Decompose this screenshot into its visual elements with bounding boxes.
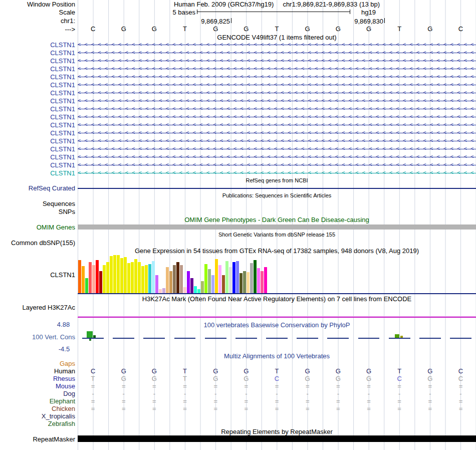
transcript-line[interactable]: <<<<<<<<<<<<<<<<<<<<<<<<<<<<<<<<<<<<<<<<… [78,41,476,49]
transcript-line[interactable]: <<<<<<<<<<<<<<<<<<<<<<<<<<<<<<<<<<<<<<<<… [78,161,476,169]
gencode-transcript-row[interactable]: CLSTN1<<<<<<<<<<<<<<<<<<<<<<<<<<<<<<<<<<… [0,65,476,73]
alignment-base: - [169,390,200,397]
dbsnp-label[interactable]: Common dbSNP(155) [0,239,78,247]
h3k27ac-row[interactable]: Layered H3K27Ac [0,303,476,321]
sequences-row[interactable]: Sequences [0,200,476,207]
gencode-transcript-row[interactable]: CLSTN1<<<<<<<<<<<<<<<<<<<<<<<<<<<<<<<<<<… [0,81,476,89]
species-label[interactable]: Mouse [0,382,78,390]
gencode-transcript-row[interactable]: CLSTN1<<<<<<<<<<<<<<<<<<<<<<<<<<<<<<<<<<… [0,97,476,105]
omim-genes-row[interactable]: OMIM Genes [0,223,476,231]
snps-label[interactable]: SNPs [0,207,78,215]
gtex-tissue-bar [194,286,197,293]
gencode-transcript-row[interactable]: CLSTN1<<<<<<<<<<<<<<<<<<<<<<<<<<<<<<<<<<… [0,153,476,161]
alignment-row-x_tropicalis[interactable]: X_tropicalis [0,412,476,420]
gencode-transcript-row[interactable]: CLSTN1<<<<<<<<<<<<<<<<<<<<<<<<<<<<<<<<<<… [0,137,476,145]
gencode-transcript-row[interactable]: CLSTN1<<<<<<<<<<<<<<<<<<<<<<<<<<<<<<<<<<… [0,169,476,177]
species-label[interactable]: Rhesus [0,375,78,382]
species-label[interactable]: Dog [0,390,78,397]
gtex-gene-label[interactable]: CLSTN1 [0,255,78,295]
alignment-row-chicken[interactable]: Chicken============= [0,405,476,412]
gencode-transcript-row[interactable]: CLSTN1<<<<<<<<<<<<<<<<<<<<<<<<<<<<<<<<<<… [0,121,476,129]
transcript-line[interactable]: <<<<<<<<<<<<<<<<<<<<<<<<<<<<<<<<<<<<<<<<… [78,105,476,113]
alignment-row-elephant[interactable]: Elephant============= [0,397,476,405]
h3k27ac-track[interactable] [78,303,476,321]
omim-gene-bar[interactable] [78,224,476,230]
transcript-line[interactable]: <<<<<<<<<<<<<<<<<<<<<<<<<<<<<<<<<<<<<<<<… [78,81,476,89]
gencode-transcript-row[interactable]: CLSTN1<<<<<<<<<<<<<<<<<<<<<<<<<<<<<<<<<<… [0,57,476,65]
gencode-transcript-row[interactable]: CLSTN1<<<<<<<<<<<<<<<<<<<<<<<<<<<<<<<<<<… [0,113,476,121]
refseq-curated-row[interactable]: RefSeq Curated [0,184,476,192]
transcript-line[interactable]: <<<<<<<<<<<<<<<<<<<<<<<<<<<<<<<<<<<<<<<<… [78,49,476,57]
transcript-line[interactable]: <<<<<<<<<<<<<<<<<<<<<<<<<<<<<<<<<<<<<<<<… [78,145,476,153]
species-label[interactable]: Elephant [0,397,78,405]
gencode-transcript-row[interactable]: CLSTN1<<<<<<<<<<<<<<<<<<<<<<<<<<<<<<<<<<… [0,105,476,113]
transcript-line[interactable]: <<<<<<<<<<<<<<<<<<<<<<<<<<<<<<<<<<<<<<<<… [78,137,476,145]
transcript-label[interactable]: CLSTN1 [0,57,78,65]
gencode-transcript-row[interactable]: CLSTN1<<<<<<<<<<<<<<<<<<<<<<<<<<<<<<<<<<… [0,89,476,97]
gencode-transcript-row[interactable]: CLSTN1<<<<<<<<<<<<<<<<<<<<<<<<<<<<<<<<<<… [0,49,476,57]
transcript-line[interactable]: <<<<<<<<<<<<<<<<<<<<<<<<<<<<<<<<<<<<<<<<… [78,73,476,81]
gencode-transcript-row[interactable]: CLSTN1<<<<<<<<<<<<<<<<<<<<<<<<<<<<<<<<<<… [0,161,476,169]
transcript-label[interactable]: CLSTN1 [0,161,78,169]
alignment-row-human[interactable]: HumanCGGTGGTGGGTGC [0,367,476,375]
transcript-label[interactable]: CLSTN1 [0,41,78,49]
gtex-tissue-bar [208,269,211,293]
strand-direction-arrows: <<<<<<<<<<<<<<<<<<<<<<<<<<<<<<<<<<<<<<<<… [78,97,476,104]
transcript-label[interactable]: CLSTN1 [0,145,78,153]
dbsnp-row[interactable]: Common dbSNP(155) [0,239,476,247]
gencode-transcript-row[interactable]: CLSTN1<<<<<<<<<<<<<<<<<<<<<<<<<<<<<<<<<<… [0,41,476,49]
species-label[interactable]: Chicken [0,405,78,412]
repeatmasker-row[interactable]: RepeatMasker [0,435,476,443]
alignment-row-mouse[interactable]: Mouse============= [0,382,476,390]
conservation-track[interactable] [78,328,476,346]
species-label[interactable]: Gaps [0,360,78,367]
alignment-row-gaps[interactable]: Gaps [0,360,476,367]
sequences-label[interactable]: Sequences [0,200,78,207]
transcript-line[interactable]: <<<<<<<<<<<<<<<<<<<<<<<<<<<<<<<<<<<<<<<<… [78,129,476,137]
transcript-line[interactable]: <<<<<<<<<<<<<<<<<<<<<<<<<<<<<<<<<<<<<<<<… [78,97,476,105]
omim-genes-label[interactable]: OMIM Genes [0,223,78,231]
gencode-transcript-row[interactable]: CLSTN1<<<<<<<<<<<<<<<<<<<<<<<<<<<<<<<<<<… [0,73,476,81]
transcript-line[interactable]: <<<<<<<<<<<<<<<<<<<<<<<<<<<<<<<<<<<<<<<<… [78,121,476,129]
gtex-track[interactable] [78,255,476,295]
transcript-line[interactable]: <<<<<<<<<<<<<<<<<<<<<<<<<<<<<<<<<<<<<<<<… [78,65,476,73]
transcript-label[interactable]: CLSTN1 [0,89,78,97]
alignment-row-rhesus[interactable]: RhesusTGGTGGCGGGCGC [0,375,476,382]
transcript-label[interactable]: CLSTN1 [0,65,78,73]
alignment-row-dog[interactable]: Dog------------- [0,390,476,397]
snps-row[interactable]: SNPs [0,207,476,215]
refseq-gene-line[interactable] [78,188,476,189]
transcript-line[interactable]: <<<<<<<<<<<<<<<<<<<<<<<<<<<<<<<<<<<<<<<<… [78,153,476,161]
gencode-transcript-row[interactable]: CLSTN1<<<<<<<<<<<<<<<<<<<<<<<<<<<<<<<<<<… [0,145,476,153]
transcript-line[interactable]: <<<<<<<<<<<<<<<<<<<<<<<<<<<<<<<<<<<<<<<<… [78,113,476,121]
gtex-bar-chart[interactable] [78,255,268,293]
gencode-transcript-row[interactable]: CLSTN1<<<<<<<<<<<<<<<<<<<<<<<<<<<<<<<<<<… [0,129,476,137]
transcript-label[interactable]: CLSTN1 [0,113,78,121]
transcript-label[interactable]: CLSTN1 [0,81,78,89]
species-label[interactable]: Human [0,367,78,375]
transcript-line[interactable]: <<<<<<<<<<<<<<<<<<<<<<<<<<<<<<<<<<<<<<<<… [78,169,476,177]
alignment-row-zebrafish[interactable]: Zebrafish [0,420,476,427]
transcript-label[interactable]: CLSTN1 [0,169,78,177]
gtex-row[interactable]: CLSTN1 [0,255,476,295]
phylop-track-label[interactable]: 100 Vert. Cons [0,328,78,346]
transcript-label[interactable]: CLSTN1 [0,105,78,113]
omim-header-row: OMIM Gene Phenotypes - Dark Green Can Be… [0,215,476,223]
transcript-label[interactable]: CLSTN1 [0,49,78,57]
transcript-label[interactable]: CLSTN1 [0,121,78,129]
h3k27ac-label[interactable]: Layered H3K27Ac [0,303,78,321]
species-label[interactable]: X_tropicalis [0,412,78,420]
repeat-element-bar[interactable] [78,435,476,442]
phylop-row[interactable]: 100 Vert. Cons [0,328,476,346]
refseq-curated-label[interactable]: RefSeq Curated [0,184,78,192]
transcript-label[interactable]: CLSTN1 [0,153,78,161]
repeatmasker-label[interactable]: RepeatMasker [0,435,78,443]
species-label[interactable]: Zebrafish [0,420,78,427]
transcript-label[interactable]: CLSTN1 [0,97,78,105]
strand-direction-arrows: <<<<<<<<<<<<<<<<<<<<<<<<<<<<<<<<<<<<<<<<… [78,153,476,160]
transcript-label[interactable]: CLSTN1 [0,137,78,145]
transcript-label[interactable]: CLSTN1 [0,129,78,137]
transcript-line[interactable]: <<<<<<<<<<<<<<<<<<<<<<<<<<<<<<<<<<<<<<<<… [78,57,476,65]
transcript-line[interactable]: <<<<<<<<<<<<<<<<<<<<<<<<<<<<<<<<<<<<<<<<… [78,89,476,97]
transcript-label[interactable]: CLSTN1 [0,73,78,81]
